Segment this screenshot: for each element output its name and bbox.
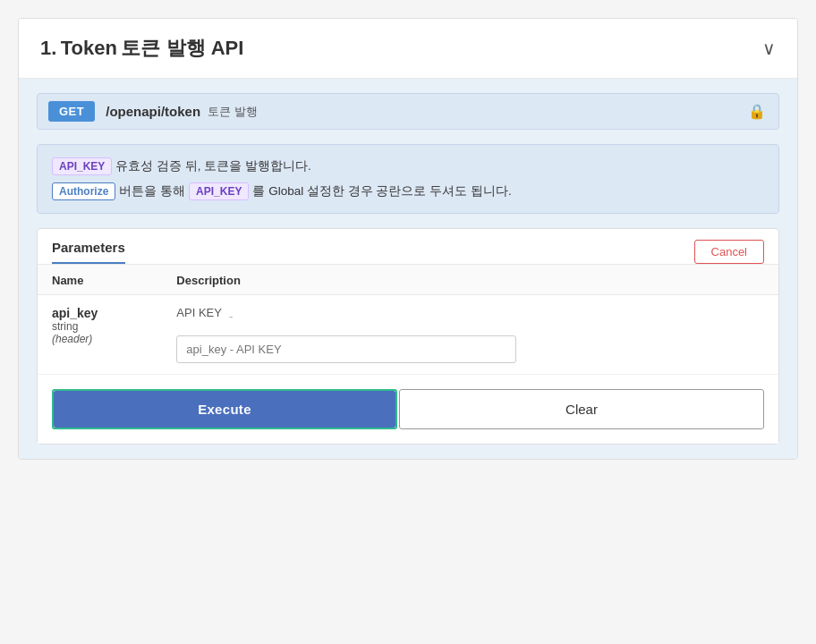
execute-button[interactable]: Execute <box>54 391 395 428</box>
info-text-before: 버튼을 통해 <box>119 183 185 199</box>
api-card: GET /openapi/token 토큰 발행 🔒 API_KEY 유효성 검… <box>19 79 797 459</box>
parameters-table: Name Description api_key string (header) <box>38 264 778 375</box>
table-row: api_key string (header) API KEY - <box>38 295 778 375</box>
lock-icon: 🔒 <box>748 103 766 120</box>
cancel-button[interactable]: Cancel <box>694 240 764 264</box>
section-number: 1. <box>40 37 56 59</box>
col-name-header: Name <box>38 265 162 295</box>
info-box: API_KEY 유효성 검증 뒤, 토큰을 발행합니다. Authorize 버… <box>37 144 779 214</box>
endpoint-description: 토큰 발행 <box>208 104 258 120</box>
main-container: 1. Token 토큰 발행 API ∨ GET /openapi/token … <box>18 18 798 460</box>
api-key-input[interactable] <box>176 335 516 363</box>
param-name-cell: api_key string (header) <box>38 295 162 375</box>
parameters-section: Parameters Cancel Name Description api_k… <box>37 228 779 445</box>
param-type: string <box>52 320 148 333</box>
param-location: (header) <box>52 333 148 345</box>
action-row: Execute Clear <box>38 375 778 444</box>
info-text-after: 를 Global 설정한 경우 공란으로 두셔도 됩니다. <box>252 183 511 199</box>
param-description-cell: API KEY - <box>162 295 778 375</box>
param-name: api_key <box>52 306 148 320</box>
clear-button[interactable]: Clear <box>399 389 764 429</box>
info-line-1: API_KEY 유효성 검증 뒤, 토큰을 발행합니다. <box>52 157 764 175</box>
method-badge: GET <box>48 101 95 122</box>
param-dash: - <box>229 309 233 323</box>
parameters-header: Parameters Cancel <box>38 229 778 264</box>
endpoint-path: /openapi/token <box>106 104 200 119</box>
section-header: 1. Token 토큰 발행 API ∨ <box>19 19 797 79</box>
info-text-1: 유효성 검증 뒤, 토큰을 발행합니다. <box>115 158 311 174</box>
parameters-title: Parameters <box>52 240 125 264</box>
execute-button-wrapper: Execute <box>52 389 397 429</box>
param-description: API KEY <box>176 306 222 319</box>
col-description-header: Description <box>162 265 778 295</box>
section-token-label: Token <box>61 37 117 59</box>
authorize-tag[interactable]: Authorize <box>52 182 115 200</box>
api-key-tag-1: API_KEY <box>52 157 112 175</box>
api-key-tag-2: API_KEY <box>189 182 249 200</box>
endpoint-row: GET /openapi/token 토큰 발행 🔒 <box>37 93 779 130</box>
section-title: 1. Token 토큰 발행 API <box>40 35 243 62</box>
section-subtitle: 토큰 발행 API <box>121 37 243 59</box>
chevron-down-icon[interactable]: ∨ <box>762 38 776 59</box>
info-line-2: Authorize 버튼을 통해 API_KEY 를 Global 설정한 경우… <box>52 182 764 200</box>
